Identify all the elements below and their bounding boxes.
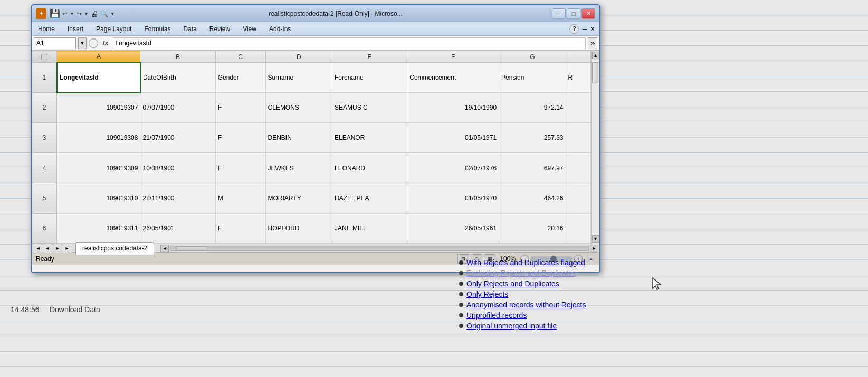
menu-data[interactable]: Data (181, 24, 198, 34)
link-with-rejects-duplicates-flagged[interactable]: With Rejects and Duplicates flagged (466, 258, 585, 267)
cell-E6[interactable]: JANE MILL (332, 213, 407, 243)
col-header-F[interactable]: F (407, 51, 499, 63)
h-scroll-thumb[interactable] (176, 246, 207, 250)
col-header-A[interactable]: A (57, 51, 140, 63)
cell-G4[interactable]: 697.97 (499, 153, 566, 183)
col-header-B[interactable]: B (140, 51, 215, 63)
link-original-unmerged[interactable]: Original unmerged input file (466, 322, 557, 330)
cell-B5[interactable]: 28/11/1900 (140, 183, 215, 213)
help-icon[interactable]: ? (569, 24, 579, 34)
save-icon[interactable]: 💾 (50, 8, 60, 18)
menu-view[interactable]: View (241, 24, 259, 34)
col-header-G[interactable]: G (499, 51, 566, 63)
redo-dropdown-icon[interactable]: ▼ (84, 11, 89, 16)
cell-C1[interactable]: Gender (215, 63, 265, 93)
scroll-thumb[interactable] (592, 62, 598, 83)
cell-C4[interactable]: F (215, 153, 265, 183)
cell-H6-partial[interactable] (566, 213, 590, 243)
cell-H3-partial[interactable] (566, 123, 590, 153)
vertical-scrollbar[interactable]: ▲ ▼ (591, 51, 599, 244)
link-excluding-rejects-duplicates[interactable]: Excluding Rejects and Duplicates (466, 269, 576, 277)
cell-B2[interactable]: 07/07/1900 (140, 93, 215, 123)
cell-D1[interactable]: Surname (265, 63, 332, 93)
cell-A6[interactable]: 109019311 (57, 213, 140, 243)
customize-icon[interactable]: ▼ (110, 11, 115, 16)
close-ribbon-icon[interactable]: ✕ (590, 25, 595, 33)
close-button[interactable]: ✕ (581, 8, 595, 19)
tab-next-button[interactable]: ► (53, 244, 62, 253)
menu-insert[interactable]: Insert (65, 24, 85, 34)
cell-H5-partial[interactable] (566, 183, 590, 213)
cell-A4[interactable]: 109019309 (57, 153, 140, 183)
cell-C6[interactable]: F (215, 213, 265, 243)
name-box-dropdown[interactable]: ▼ (78, 37, 87, 49)
cell-D4[interactable]: JEWKES (265, 153, 332, 183)
tab-last-button[interactable]: ►| (63, 244, 72, 253)
cell-F5[interactable]: 01/05/1970 (407, 183, 499, 213)
link-only-rejects[interactable]: Only Rejects (466, 290, 508, 298)
cell-C3[interactable]: F (215, 123, 265, 153)
sheet-tab-active[interactable]: realisticpostcodedata-2 (75, 242, 154, 255)
link-only-rejects-duplicates[interactable]: Only Rejects and Duplicates (466, 279, 559, 288)
cell-C5[interactable]: M (215, 183, 265, 213)
print-icon[interactable]: 🖨 (91, 9, 98, 18)
restore-button[interactable]: □ (567, 8, 580, 19)
tab-prev-button[interactable]: ◄ (43, 244, 52, 253)
cell-B3[interactable]: 21/07/1900 (140, 123, 215, 153)
cell-F3[interactable]: 01/05/1971 (407, 123, 499, 153)
scroll-left-button[interactable]: ◄ (160, 245, 169, 252)
cell-D2[interactable]: CLEMONS (265, 93, 332, 123)
formula-input[interactable]: LongevitasId (113, 37, 586, 49)
cell-A2[interactable]: 109019307 (57, 93, 140, 123)
scroll-right-button[interactable]: ► (590, 245, 598, 252)
minimize-button[interactable]: ─ (552, 8, 566, 19)
link-anonymised-records[interactable]: Anonymised records without Rejects (466, 301, 586, 309)
cell-B6[interactable]: 26/05/1901 (140, 213, 215, 243)
cell-B1[interactable]: DateOfBirth (140, 63, 215, 93)
link-unprofiled-records[interactable]: Unprofiled records (466, 311, 527, 320)
print-preview-icon[interactable]: 🔍 (100, 10, 108, 17)
cell-E1[interactable]: Forename (332, 63, 407, 93)
cell-A3[interactable]: 109019308 (57, 123, 140, 153)
cell-E2[interactable]: SEAMUS C (332, 93, 407, 123)
cell-H2-partial[interactable] (566, 93, 590, 123)
cell-E4[interactable]: LEONARD (332, 153, 407, 183)
undo-icon[interactable]: ↩ (62, 10, 68, 17)
cell-G2[interactable]: 972.14 (499, 93, 566, 123)
cell-D5[interactable]: MORIARTY (265, 183, 332, 213)
cell-H1-partial[interactable]: R (566, 63, 590, 93)
scroll-up-button[interactable]: ▲ (592, 52, 599, 59)
col-header-H-partial[interactable] (566, 51, 590, 63)
cell-F6[interactable]: 26/05/1961 (407, 213, 499, 243)
cell-D6[interactable]: HOPFORD (265, 213, 332, 243)
col-header-E[interactable]: E (332, 51, 407, 63)
cell-G3[interactable]: 257.33 (499, 123, 566, 153)
cell-F4[interactable]: 02/07/1976 (407, 153, 499, 183)
cell-E3[interactable]: ELEANOR (332, 123, 407, 153)
cell-G1[interactable]: Pension (499, 63, 566, 93)
menu-home[interactable]: Home (36, 24, 57, 34)
menu-review[interactable]: Review (207, 24, 232, 34)
name-box[interactable]: A1 (34, 37, 76, 49)
menu-formulas[interactable]: Formulas (142, 24, 173, 34)
cell-A5[interactable]: 109019310 (57, 183, 140, 213)
undo-dropdown-icon[interactable]: ▼ (70, 11, 74, 16)
redo-icon[interactable]: ↪ (77, 10, 82, 17)
scroll-down-button[interactable]: ▼ (592, 235, 599, 243)
cell-B4[interactable]: 10/08/1900 (140, 153, 215, 183)
menu-page-layout[interactable]: Page Layout (94, 24, 133, 34)
formula-expand[interactable]: ≫ (588, 37, 597, 49)
cell-D3[interactable]: DENBIN (265, 123, 332, 153)
cell-G5[interactable]: 464.26 (499, 183, 566, 213)
minimize-ribbon-icon[interactable]: ─ (582, 25, 587, 33)
cell-H4-partial[interactable] (566, 153, 590, 183)
menu-addins[interactable]: Add-Ins (267, 24, 293, 34)
col-header-C[interactable]: C (215, 51, 265, 63)
tab-first-button[interactable]: |◄ (33, 244, 42, 253)
cell-F1[interactable]: Commencement (407, 63, 499, 93)
cell-C2[interactable]: F (215, 93, 265, 123)
cell-F2[interactable]: 19/10/1990 (407, 93, 499, 123)
cell-A1[interactable]: LongevitasId (57, 63, 140, 93)
cell-E5[interactable]: HAZEL PEA (332, 183, 407, 213)
cell-G6[interactable]: 20.16 (499, 213, 566, 243)
